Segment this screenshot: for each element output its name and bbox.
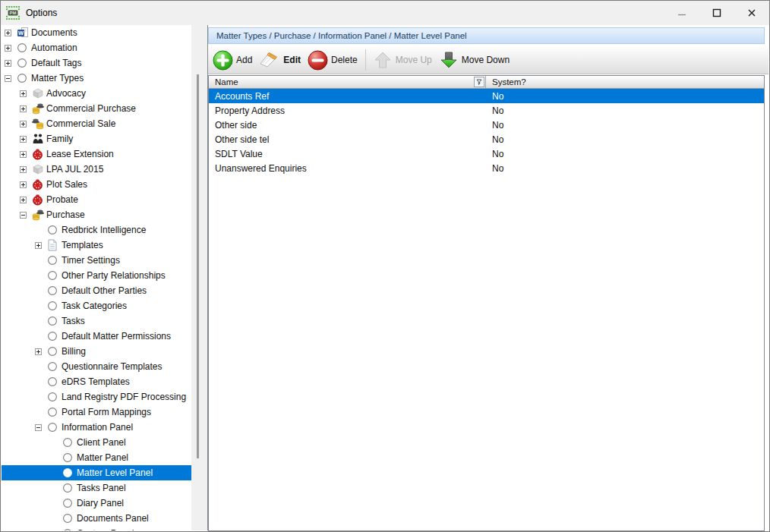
move-down-button[interactable]: Move Down: [437, 49, 515, 71]
expander-plus-icon[interactable]: [35, 348, 47, 355]
sidebar-item-other-party-relationships[interactable]: Other Party Relationships: [2, 268, 191, 283]
cell-system: No: [486, 91, 764, 102]
sidebar-item-templates[interactable]: Templates: [2, 238, 191, 253]
expander-plus-icon[interactable]: [5, 30, 17, 36]
expander-minus-icon[interactable]: [20, 212, 32, 219]
table-row-other-side[interactable]: Other sideNo: [209, 118, 764, 132]
sidebar-item-plot-sales[interactable]: Plot Sales: [2, 177, 191, 192]
sidebar-item-matter-types[interactable]: Matter Types: [2, 71, 191, 86]
sidebar-item-family[interactable]: Family: [2, 131, 191, 146]
sidebar-item-redbrick-intelligence[interactable]: Redbrick Intelligence: [2, 222, 191, 238]
sidebar-item-lease-extension[interactable]: Lease Extension: [2, 146, 191, 162]
circle-icon: [47, 301, 61, 311]
sidebar-item-tasks-panel[interactable]: Tasks Panel: [2, 480, 191, 496]
expander-plus-icon[interactable]: [35, 242, 47, 249]
sidebar-item-documents-panel[interactable]: Documents Panel: [2, 511, 191, 526]
sidebar-item-label: Task Categories: [61, 301, 127, 311]
expander-plus-icon[interactable]: [20, 90, 32, 97]
minimize-button[interactable]: [664, 1, 699, 25]
sidebar-item-probate[interactable]: Probate: [2, 192, 191, 207]
sidebar-item-lpa-jul-2015[interactable]: LPA JUL 2015: [2, 162, 191, 177]
expander-plus-icon[interactable]: [20, 166, 32, 173]
sidebar-item-label: Lease Extension: [46, 149, 114, 159]
circle-icon: [47, 225, 61, 235]
breadcrumb: Matter Types / Purchase / Information Pa…: [208, 27, 765, 44]
maximize-button[interactable]: [699, 1, 734, 25]
sidebar-item-documents[interactable]: WDocuments: [2, 25, 191, 40]
delete-button[interactable]: Delete: [306, 49, 363, 72]
expander-plus-icon[interactable]: [20, 151, 32, 158]
expander-minus-icon[interactable]: [5, 75, 17, 82]
table-row-unanswered-enquiries[interactable]: Unanswered EnquiriesNo: [209, 161, 764, 175]
move-up-button-label: Move Up: [396, 55, 432, 65]
sidebar-item-information-panel[interactable]: Information Panel: [2, 420, 191, 435]
circle-icon: [17, 42, 30, 53]
circle-icon: [47, 376, 61, 387]
sidebar-item-task-categories[interactable]: Task Categories: [2, 298, 191, 313]
sidebar-item-billing[interactable]: Billing: [2, 344, 191, 359]
sidebar-item-questionnaire-templates[interactable]: Questionnaire Templates: [2, 359, 191, 374]
sidebar-item-automation[interactable]: Automation: [2, 40, 191, 55]
expander-plus-icon[interactable]: [20, 181, 32, 188]
table-row-accounts-ref[interactable]: Accounts RefNo: [209, 89, 764, 103]
sidebar-item-matter-panel[interactable]: Matter Panel: [2, 450, 191, 465]
maximize-icon: [712, 8, 721, 17]
expander-plus-icon[interactable]: [5, 60, 17, 67]
sidebar-item-client-panel[interactable]: Client Panel: [2, 435, 191, 450]
expander-plus-icon[interactable]: [20, 197, 32, 203]
circle-icon: [47, 361, 61, 372]
sidebar-item-land-registry-pdf-processing[interactable]: Land Registry PDF Processing: [2, 389, 191, 405]
expander-plus-icon[interactable]: [20, 136, 32, 143]
circle-icon: [47, 407, 61, 417]
sidebar-tree: WDocumentsAutomationDefault TagsMatter T…: [2, 25, 191, 530]
table-row-property-address[interactable]: Property AddressNo: [209, 103, 764, 118]
sidebar-item-label: Plot Sales: [46, 179, 87, 190]
expander-plus-icon[interactable]: [20, 105, 32, 112]
circle-icon: [47, 331, 61, 342]
sidebar-item-label: Commercial Purchase: [46, 103, 136, 114]
sidebar-scrollbar[interactable]: [191, 25, 207, 530]
sidebar-item-label: Purchase: [46, 209, 85, 220]
sidebar-item-portal-form-mappings[interactable]: Portal Form Mappings: [2, 405, 191, 420]
circle-icon: [47, 316, 61, 326]
expander-plus-icon[interactable]: [20, 121, 32, 127]
add-button[interactable]: Add: [211, 49, 257, 72]
sidebar-scrollbar-thumb[interactable]: [197, 74, 199, 458]
sidebar-item-purchase[interactable]: Purchase: [2, 207, 191, 222]
sidebar-item-label: Matter Level Panel: [76, 467, 153, 478]
table-row-sdlt-value[interactable]: SDLT ValueNo: [209, 146, 764, 161]
expander-minus-icon[interactable]: [35, 424, 47, 431]
sidebar-item-tasks[interactable]: Tasks: [2, 313, 191, 329]
cell-name: Other side: [209, 120, 486, 131]
expander-plus-icon[interactable]: [5, 45, 17, 52]
sidebar-item-label: Commercial Sale: [46, 118, 115, 129]
table-row-other-side-tel[interactable]: Other side telNo: [209, 132, 764, 146]
sidebar-item-edrs-templates[interactable]: eDRS Templates: [2, 374, 191, 389]
circle-icon: [62, 483, 76, 493]
sidebar-item-matter-level-panel[interactable]: Matter Level Panel: [2, 465, 191, 480]
svg-text:PM: PM: [10, 11, 17, 15]
sidebar-item-advocacy[interactable]: Advocacy: [2, 86, 191, 101]
sidebar-item-label: eDRS Templates: [61, 376, 130, 387]
sidebar-item-label: Timer Settings: [61, 255, 120, 266]
column-header-system[interactable]: System?: [486, 76, 764, 88]
sidebar-item-default-tags[interactable]: Default Tags: [2, 55, 191, 71]
edit-button[interactable]: Edit: [257, 49, 306, 71]
sidebar-item-diary-panel[interactable]: Diary Panel: [2, 496, 191, 511]
circle-icon: [47, 392, 61, 402]
cell-system: No: [486, 163, 764, 174]
sidebar-item-custom-panel[interactable]: Custom Panel: [2, 526, 191, 530]
sidebar-item-default-other-parties[interactable]: Default Other Parties: [2, 283, 191, 298]
coins-hat-icon: [32, 209, 46, 221]
filter-icon[interactable]: [474, 77, 484, 87]
box-icon: [32, 87, 46, 99]
page-icon: [47, 239, 61, 251]
sidebar-item-default-matter-permissions[interactable]: Default Matter Permissions: [2, 329, 191, 344]
sidebar-item-timer-settings[interactable]: Timer Settings: [2, 253, 191, 268]
column-header-name[interactable]: Name: [209, 76, 486, 88]
sidebar-item-label: Matter Types: [30, 73, 84, 83]
close-button[interactable]: [734, 1, 769, 25]
cell-name: Property Address: [209, 105, 486, 116]
sidebar-item-commercial-purchase[interactable]: Commercial Purchase: [2, 101, 191, 116]
sidebar-item-commercial-sale[interactable]: Commercial Sale: [2, 116, 191, 131]
